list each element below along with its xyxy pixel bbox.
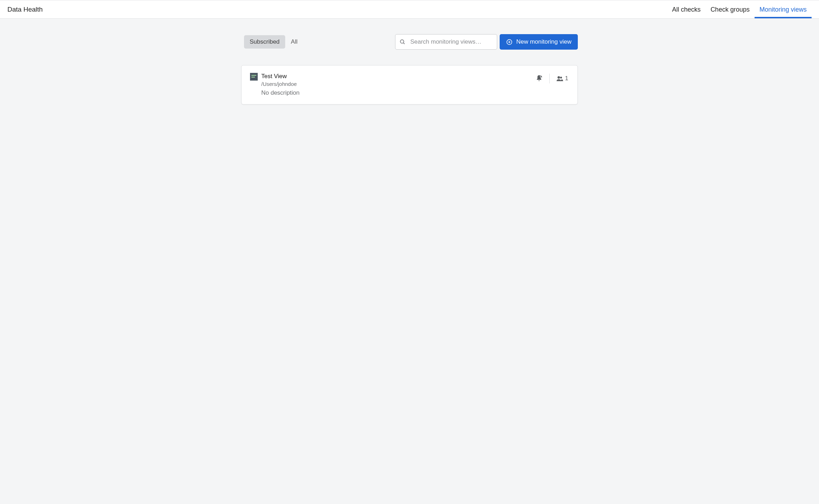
svg-point-6: [560, 76, 562, 78]
search-input[interactable]: [395, 34, 497, 50]
filter-subscribed[interactable]: Subscribed: [244, 35, 285, 49]
filter-tabs: Subscribed All: [244, 35, 303, 49]
content-wrapper: Subscribed All: [0, 19, 819, 120]
card-inner: Test View /Users/johndoe No description: [250, 73, 568, 96]
subscriber-count[interactable]: 1: [556, 75, 568, 82]
subscriber-count-value: 1: [565, 75, 568, 82]
bell-edit-icon[interactable]: [535, 75, 543, 82]
tab-all-checks[interactable]: All checks: [667, 1, 706, 18]
filter-all[interactable]: All: [285, 35, 303, 49]
divider: [549, 74, 550, 83]
controls-right: New monitoring view: [395, 34, 578, 50]
monitoring-view-card[interactable]: Test View /Users/johndoe No description: [241, 65, 578, 105]
tab-check-groups[interactable]: Check groups: [706, 1, 755, 18]
view-title: Test View: [261, 73, 535, 80]
page-title: Data Health: [7, 6, 43, 13]
content: Subscribed All: [241, 34, 578, 105]
plus-circle-icon: [506, 39, 513, 45]
svg-point-5: [557, 76, 560, 78]
header-tabs: All checks Check groups Monitoring views: [667, 1, 812, 18]
new-monitoring-view-button[interactable]: New monitoring view: [500, 34, 578, 50]
tab-monitoring-views[interactable]: Monitoring views: [755, 1, 812, 18]
view-icon: [250, 73, 258, 81]
header: Data Health All checks Check groups Moni…: [0, 1, 819, 19]
controls-row: Subscribed All: [244, 34, 578, 50]
view-path: /Users/johndoe: [261, 81, 535, 87]
view-description: No description: [261, 89, 535, 96]
users-icon: [556, 75, 563, 82]
card-actions: 1: [535, 74, 568, 83]
card-body: Test View /Users/johndoe No description: [261, 73, 535, 96]
search-wrapper: [395, 34, 497, 50]
new-button-label: New monitoring view: [516, 38, 571, 45]
